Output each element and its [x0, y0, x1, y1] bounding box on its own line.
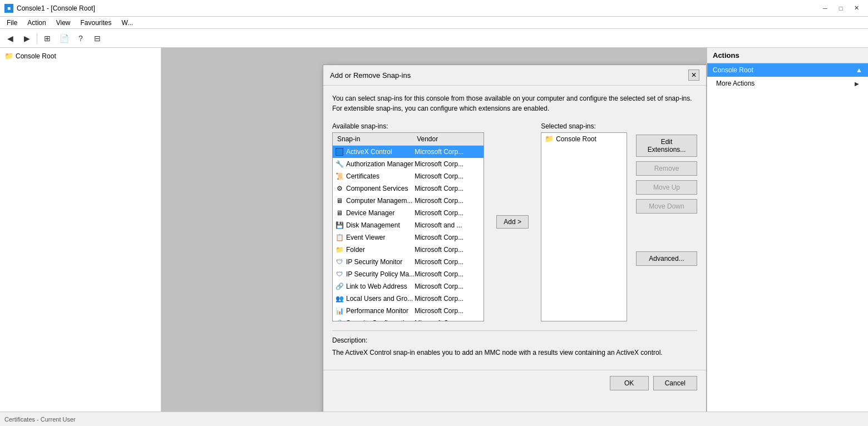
snapin-icon: 🔗	[335, 282, 344, 291]
app-icon: ■	[4, 4, 13, 13]
dialog-body: You can select snap-ins for this console…	[323, 86, 706, 365]
snapin-icon: 🛡	[335, 270, 344, 279]
dialog-close-button[interactable]: ✕	[688, 70, 699, 81]
snapin-name: Computer Managem...	[346, 197, 415, 205]
snapin-row[interactable]: 📊 Performance Monitor Microsoft Corp...	[333, 305, 484, 317]
expand-button[interactable]: ⊞	[40, 31, 55, 46]
window-title: Console1 - [Console Root]	[17, 4, 95, 12]
selected-snapin-icon: 📁	[545, 135, 554, 143]
available-snapins-container: Available snap-ins: Snap-in Vendor Activ…	[332, 122, 484, 321]
left-panel: 📁 Console Root	[0, 48, 161, 412]
console-root-action-header: Console Root ▲	[707, 63, 868, 77]
snapin-row[interactable]: 📋 Event Viewer Microsoft Corp...	[333, 231, 484, 244]
content-area: 📁 Console Root Add or Remove Snap-ins ✕	[0, 48, 868, 412]
snapin-row[interactable]: 📜 Certificates Microsoft Corp...	[333, 170, 484, 182]
snapin-name: Authorization Manager	[346, 160, 415, 168]
title-bar: ■ Console1 - [Console Root] ─ □ ✕	[0, 0, 868, 17]
snapin-row[interactable]: 🔒 Security Configuratio... Microsoft Cor…	[333, 317, 484, 321]
add-button[interactable]: Add >	[496, 215, 529, 229]
snapin-row[interactable]: 🔧 Authorization Manager Microsoft Corp..…	[333, 158, 484, 170]
snapin-icon: 🔧	[335, 160, 344, 169]
snapin-row[interactable]: 🛡 IP Security Monitor Microsoft Corp...	[333, 256, 484, 268]
description-text: The ActiveX Control snap-in enables you …	[332, 348, 697, 358]
snapin-row[interactable]: 💾 Disk Management Microsoft and ...	[333, 219, 484, 231]
dialog-footer: OK Cancel	[323, 370, 706, 398]
available-snapins-list[interactable]: Snap-in Vendor ActiveX Control Microsoft…	[332, 132, 484, 321]
snapin-icon: 👥	[335, 294, 344, 303]
toolbar-separator	[37, 33, 37, 44]
snapin-row[interactable]: 🖥 Device Manager Microsoft Corp...	[333, 207, 484, 219]
snapin-icon: 🖥	[335, 209, 344, 217]
more-actions-item[interactable]: More Actions ▶	[707, 77, 868, 90]
dialog-overlay: Add or Remove Snap-ins ✕ You can select …	[161, 48, 707, 412]
snapin-row[interactable]: 👥 Local Users and Gro... Microsoft Corp.…	[333, 293, 484, 305]
snapin-row[interactable]: ⚙ Component Services Microsoft Corp...	[333, 182, 484, 195]
right-panel: Actions Console Root ▲ More Actions ▶	[707, 48, 868, 412]
tree-label-console-root: Console Root	[16, 52, 56, 60]
selected-snapin-row[interactable]: 📁 Console Root	[541, 133, 627, 145]
snapin-name: IP Security Monitor	[346, 258, 415, 266]
selected-rows-container: 📁 Console Root	[541, 133, 627, 145]
tree-item-console-root[interactable]: 📁 Console Root	[0, 50, 161, 62]
console-root-label: Console Root	[713, 66, 753, 74]
snapin-row[interactable]: ActiveX Control Microsoft Corp...	[333, 146, 484, 158]
snapin-vendor: Microsoft and ...	[415, 221, 481, 229]
dialog-columns: Available snap-ins: Snap-in Vendor Activ…	[332, 122, 697, 321]
menu-favourites[interactable]: Favourites	[76, 18, 116, 28]
title-bar-left: ■ Console1 - [Console Root]	[4, 4, 95, 13]
snapin-row[interactable]: 🖥 Computer Managem... Microsoft Corp...	[333, 195, 484, 207]
snapin-row[interactable]: 📁 Folder Microsoft Corp...	[333, 244, 484, 256]
help-button[interactable]: ?	[73, 31, 88, 46]
snapin-name: Folder	[346, 246, 415, 254]
maximize-button[interactable]: □	[834, 3, 848, 14]
snapin-name: Disk Management	[346, 221, 415, 229]
remove-button[interactable]: Remove	[636, 161, 697, 176]
snapin-vendor: Microsoft Corp...	[415, 209, 481, 217]
move-down-button[interactable]: Move Down	[636, 199, 697, 214]
dialog-description: You can select snap-ins for this console…	[332, 93, 697, 113]
edit-extensions-button[interactable]: Edit Extensions...	[636, 135, 697, 157]
title-controls: ─ □ ✕	[818, 3, 864, 14]
selected-snapins-label: Selected snap-ins:	[541, 122, 627, 130]
advanced-button[interactable]: Advanced...	[636, 251, 697, 266]
close-button[interactable]: ✕	[849, 3, 864, 14]
menu-w[interactable]: W...	[117, 18, 138, 28]
selected-snapins-list[interactable]: 📁 Console Root	[541, 132, 627, 321]
description-label: Description:	[332, 336, 697, 344]
snapins-list-header: Snap-in Vendor	[333, 133, 484, 146]
snapin-row[interactable]: 🛡 IP Security Policy Ma... Microsoft Cor…	[333, 268, 484, 280]
menu-file[interactable]: File	[2, 18, 22, 28]
snapin-name: ActiveX Control	[346, 148, 415, 156]
forward-button[interactable]: ▶	[19, 31, 34, 46]
snapin-name: Local Users and Gro...	[346, 295, 415, 303]
collapse-arrow-icon: ▲	[856, 66, 862, 74]
cancel-button[interactable]: Cancel	[653, 376, 697, 390]
snapin-vendor: Microsoft Corp...	[415, 295, 481, 303]
back-button[interactable]: ◀	[2, 31, 18, 46]
selected-snapins-container: Selected snap-ins: 📁 Console Root	[541, 122, 627, 321]
menu-view[interactable]: View	[52, 18, 75, 28]
snapin-vendor: Microsoft Corp...	[415, 185, 481, 192]
snapin-vendor: Microsoft Corp...	[415, 270, 481, 278]
snapin-vendor: Microsoft Corp...	[415, 160, 481, 168]
available-snapins-label: Available snap-ins:	[332, 122, 484, 130]
snapin-vendor: Microsoft Corp...	[415, 246, 481, 254]
middle-section: Add >	[493, 122, 532, 321]
snapin-row[interactable]: 🔗 Link to Web Address Microsoft Corp...	[333, 280, 484, 293]
snapin-rows-container: ActiveX Control Microsoft Corp... 🔧 Auth…	[333, 146, 484, 321]
move-up-button[interactable]: Move Up	[636, 180, 697, 195]
snapin-vendor: Microsoft Corp...	[415, 258, 481, 266]
snapin-vendor: Microsoft Corp...	[415, 307, 481, 315]
export-button[interactable]: 📄	[56, 31, 72, 46]
collapse-button[interactable]: ⊟	[90, 31, 105, 46]
snapin-icon: 📊	[335, 306, 344, 315]
snapin-name: Certificates	[346, 172, 415, 180]
snapin-name: Event Viewer	[346, 234, 415, 241]
menu-action[interactable]: Action	[23, 18, 50, 28]
snapin-name: Performance Monitor	[346, 307, 415, 315]
snapin-vendor: Microsoft Corp...	[415, 172, 481, 180]
bottom-bar: Certificates - Current User	[0, 412, 868, 426]
ok-button[interactable]: OK	[610, 376, 649, 390]
minimize-button[interactable]: ─	[818, 3, 832, 14]
add-remove-snapins-dialog: Add or Remove Snap-ins ✕ You can select …	[323, 65, 707, 412]
